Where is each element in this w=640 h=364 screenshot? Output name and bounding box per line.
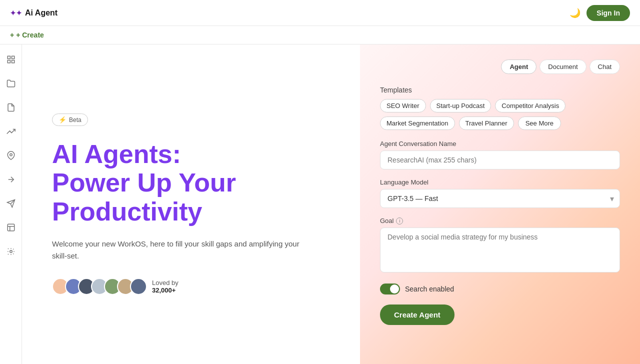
logo-text: Ai Agent	[25, 8, 58, 18]
loved-by-section: Loved by 32,000+	[52, 278, 330, 295]
sidebar-item-folder[interactable]	[4, 76, 18, 90]
goal-textarea[interactable]	[380, 228, 620, 272]
svg-rect-8	[8, 224, 14, 231]
search-enabled-toggle[interactable]	[380, 284, 400, 294]
beta-badge: ⚡ Beta	[52, 114, 88, 126]
hero-section: ⚡ Beta AI Agents: Power Up Your Producti…	[22, 44, 360, 364]
toggle-knob	[390, 284, 399, 294]
form-group-goal: Goal i	[380, 217, 620, 274]
svg-rect-3	[12, 60, 14, 63]
tab-chat[interactable]: Chat	[590, 60, 620, 74]
create-bar: + + Create	[0, 26, 640, 44]
template-chip-startup-podcast[interactable]: Start-up Podcast	[430, 99, 492, 112]
logo: ✦✦ Ai Agent	[10, 8, 58, 18]
template-chips: SEO Writer Start-up Podcast Competitor A…	[380, 99, 620, 130]
sidebar-item-trending[interactable]	[4, 124, 18, 138]
avatar	[130, 278, 147, 295]
svg-rect-0	[8, 56, 10, 58]
hero-title-line2: Power Up Your	[52, 168, 236, 197]
template-chip-competitor-analysis[interactable]: Competitor Analysis	[495, 99, 566, 112]
nav-right: 🌙 Sign In	[570, 5, 630, 21]
goal-label: Goal i	[380, 217, 620, 224]
search-enabled-row: Search enabled	[380, 284, 620, 294]
top-nav: ✦✦ Ai Agent 🌙 Sign In	[0, 0, 640, 26]
form-group-name: Agent Conversation Name	[380, 140, 620, 170]
beta-icon: ⚡	[58, 116, 66, 124]
logo-icon: ✦✦	[10, 9, 22, 17]
sidebar-item-pen[interactable]	[4, 172, 18, 186]
sidebar	[0, 44, 22, 364]
loved-by-count: 32,000+	[152, 286, 178, 294]
loved-by-label: Loved by	[152, 279, 178, 286]
sidebar-item-layout[interactable]	[4, 220, 18, 234]
right-panel: Agent Document Chat Templates SEO Writer…	[360, 44, 640, 364]
sidebar-item-apps[interactable]	[4, 244, 18, 258]
create-plus-icon: +	[10, 31, 14, 39]
sidebar-item-send[interactable]	[4, 196, 18, 210]
tab-document[interactable]: Document	[540, 60, 586, 74]
templates-label: Templates	[380, 86, 620, 94]
tab-row: Agent Document Chat	[380, 60, 620, 74]
create-button[interactable]: + + Create	[10, 31, 44, 39]
template-chip-travel-planner[interactable]: Travel Planner	[459, 116, 514, 130]
main-content: ⚡ Beta AI Agents: Power Up Your Producti…	[0, 44, 640, 364]
hero-title-line1: AI Agents:	[52, 140, 181, 168]
hero-title: AI Agents: Power Up Your Productivity	[52, 140, 330, 226]
create-agent-button[interactable]: Create Agent	[380, 304, 454, 325]
svg-rect-1	[12, 56, 14, 58]
model-select[interactable]: GPT-3.5 — Fast GPT-4 — Smart Claude 3 — …	[380, 189, 620, 208]
sidebar-item-pin[interactable]	[4, 148, 18, 162]
templates-section: Templates SEO Writer Start-up Podcast Co…	[380, 86, 620, 130]
svg-point-11	[10, 250, 12, 253]
model-label: Language Model	[380, 178, 620, 186]
name-label: Agent Conversation Name	[380, 140, 620, 148]
loved-text: Loved by 32,000+	[152, 279, 178, 294]
tab-agent[interactable]: Agent	[501, 60, 536, 74]
create-label: + Create	[16, 31, 44, 39]
form-group-model: Language Model GPT-3.5 — Fast GPT-4 — Sm…	[380, 178, 620, 208]
hero-title-line3: Productivity	[52, 197, 202, 226]
sidebar-item-grid[interactable]	[4, 52, 18, 66]
search-enabled-label: Search enabled	[405, 285, 454, 293]
goal-info-icon: i	[396, 218, 403, 224]
goal-label-text: Goal	[380, 217, 394, 224]
beta-label: Beta	[69, 116, 82, 124]
agent-name-input[interactable]	[380, 150, 620, 170]
avatars-group	[52, 278, 147, 295]
template-chip-seo-writer[interactable]: SEO Writer	[380, 99, 426, 112]
model-select-wrapper: GPT-3.5 — Fast GPT-4 — Smart Claude 3 — …	[380, 189, 620, 208]
template-chip-market-segmentation[interactable]: Market Segmentation	[380, 116, 455, 130]
svg-point-4	[10, 154, 12, 156]
hero-subtitle: Welcome your new WorkOS, here to fill yo…	[52, 238, 302, 262]
signin-button[interactable]: Sign In	[586, 5, 630, 21]
theme-toggle-button[interactable]: 🌙	[570, 8, 580, 18]
see-more-button[interactable]: See More	[518, 116, 561, 130]
svg-rect-2	[8, 60, 10, 63]
sidebar-item-document[interactable]	[4, 100, 18, 114]
